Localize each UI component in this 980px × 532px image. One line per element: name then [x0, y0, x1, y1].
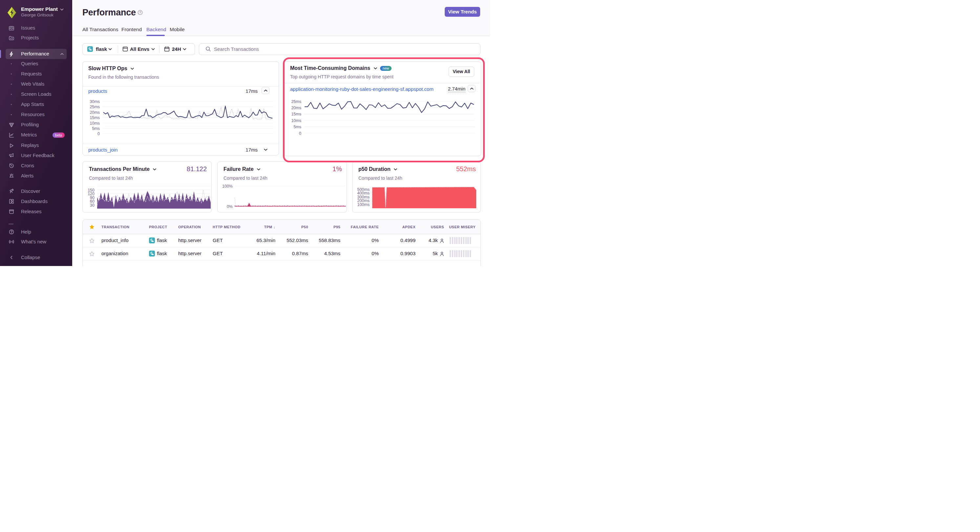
svg-text:30: 30 [90, 203, 94, 208]
svg-text:0%: 0% [227, 204, 233, 209]
svg-text:0: 0 [97, 132, 100, 136]
svg-text:30ms: 30ms [90, 99, 100, 104]
svg-text:25ms: 25ms [90, 105, 100, 109]
svg-text:5ms: 5ms [92, 126, 100, 131]
svg-text:100%: 100% [222, 184, 233, 189]
svg-text:20ms: 20ms [90, 110, 100, 115]
svg-text:15ms: 15ms [90, 116, 100, 120]
svg-text:100ms: 100ms [357, 202, 369, 207]
svg-text:10ms: 10ms [90, 121, 100, 125]
